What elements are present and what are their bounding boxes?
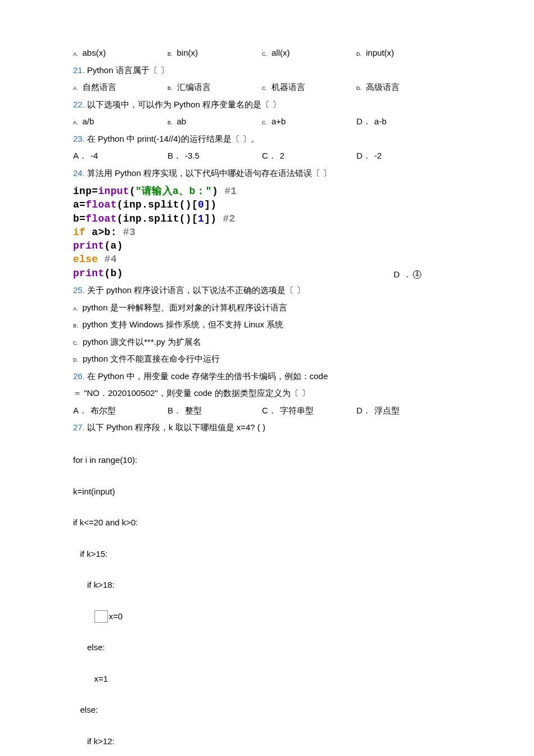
q22-opt-a: A.a/b <box>73 114 163 130</box>
q23-opt-c: C．2 <box>262 148 352 164</box>
option-label: B. <box>168 118 173 128</box>
q23-opt-a: A．-4 <box>73 148 163 164</box>
q21-opt-c: C.机器语言 <box>262 79 352 96</box>
question-number: 26. <box>73 368 85 385</box>
question-stem: 在 Python 中 print(-14//4)的运行结果是〔 〕。 <box>87 131 259 147</box>
code-fn: input <box>98 186 129 197</box>
q26-options: A．布尔型 B．整型 C．字符串型 D．浮点型 <box>73 403 461 419</box>
code-line: x=1 <box>73 671 461 687</box>
q26-opt-a: A．布尔型 <box>73 403 163 419</box>
option-text: python 支持 Windows 操作系统，但不支持 Linux 系统 <box>83 317 284 333</box>
circled-four-icon: 4 <box>413 267 422 283</box>
option-label: A. <box>73 84 78 93</box>
option-text: a+b <box>271 114 286 130</box>
q25-opt-d: D.python 文件不能直接在命令行中运行 <box>73 351 461 367</box>
option-text: 整型 <box>185 403 202 419</box>
q20-opt-d: D.input(x) <box>356 45 446 61</box>
code-text: a= <box>73 199 85 210</box>
question-stem: 以下选项中，可以作为 Python 程序变量名的是〔 〕 <box>87 97 280 113</box>
code-line: x=0 <box>73 609 461 624</box>
option-text: input(x) <box>366 45 394 61</box>
code-fn: float <box>85 213 117 224</box>
q20-options: A.abs(x) B.bin(x) C.all(x) D.input(x) <box>73 45 461 61</box>
option-dot: ． <box>403 267 411 283</box>
question-number: 25. <box>73 282 85 299</box>
code-kw: if <box>73 227 85 238</box>
question-number: 22. <box>73 97 85 113</box>
option-text: 机器语言 <box>271 79 305 96</box>
code-text <box>98 254 104 265</box>
option-label: C． <box>262 403 277 419</box>
code-line: for i in range(10): <box>73 452 461 468</box>
option-label: A． <box>73 148 87 164</box>
code-comment: #4 <box>105 254 117 265</box>
option-label: C. <box>262 84 267 93</box>
option-text: python 文件不能直接在命令行中运行 <box>83 351 220 367</box>
q22-options: A.a/b B.ab C.a+b D．a-b <box>73 114 461 130</box>
option-label: B. <box>168 84 173 93</box>
option-label: A． <box>73 403 87 419</box>
code-text: inp= <box>73 186 98 197</box>
option-label: B. <box>168 50 173 59</box>
q27-stem-row: 27. 以下 Python 程序段，k 取以下哪组值是 x=4? ( ) <box>73 420 461 436</box>
q24-code-block: inp=input("请输入a、b：") #1 a=float(inp.spli… <box>73 184 237 280</box>
option-text: 字符串型 <box>280 403 314 419</box>
q21-opt-b: B.汇编语言 <box>168 79 257 96</box>
question-number: 23. <box>73 131 85 147</box>
code-kw: else <box>73 254 98 265</box>
option-text: all(x) <box>271 45 290 61</box>
option-label: D <box>393 267 400 283</box>
option-label: D. <box>73 356 78 365</box>
code-text: x=0 <box>109 611 123 621</box>
q24-opt-d: D． 4 <box>393 267 422 283</box>
option-label: A. <box>73 118 78 128</box>
q25-stem-row: 25. 关于 python 程序设计语言，以下说法不正确的选项是〔 〕 <box>73 282 461 299</box>
option-text: 2 <box>280 148 284 164</box>
code-text: ) <box>212 186 224 197</box>
code-num: 0 <box>198 199 204 210</box>
option-label: B． <box>168 148 182 164</box>
option-text: -4 <box>90 148 98 164</box>
code-text: ]) <box>204 213 223 224</box>
q27-code-block: for i in range(10): k=int(input) if k<=2… <box>73 437 461 756</box>
question-number: 21. <box>73 62 85 79</box>
code-line: if k>18: <box>73 577 461 593</box>
q26-opt-d: D．浮点型 <box>356 403 446 419</box>
q21-opt-d: D.高级语言 <box>356 79 446 96</box>
code-text: ]) <box>204 199 216 210</box>
code-text: (b) <box>105 268 123 279</box>
option-text: python 源文件以***.py 为扩展名 <box>83 334 201 350</box>
code-line: k=int(input) <box>73 484 461 500</box>
code-text: a>b: <box>85 227 123 238</box>
code-line: if k>15: <box>73 546 461 562</box>
q22-opt-c: C.a+b <box>262 114 352 130</box>
question-stem: 在 Python 中，用变量 code 存储学生的借书卡编码，例如：code <box>87 368 328 385</box>
option-text: abs(x) <box>83 45 106 61</box>
q23-stem-row: 23. 在 Python 中 print(-14//4)的运行结果是〔 〕。 <box>73 131 461 147</box>
code-text: (inp.split()[ <box>117 199 198 210</box>
option-label: D． <box>356 114 371 130</box>
code-fn: print <box>73 268 105 279</box>
code-fn: float <box>85 199 117 210</box>
q20-opt-a: A.abs(x) <box>73 45 163 61</box>
box-icon <box>94 610 108 623</box>
option-label: A. <box>73 304 78 314</box>
q20-opt-b: B.bin(x) <box>168 45 257 61</box>
svg-text:4: 4 <box>415 272 419 278</box>
option-text: ab <box>177 114 187 130</box>
question-stem: 以下 Python 程序段，k 取以下哪组值是 x=4? ( ) <box>87 420 265 436</box>
q26-stem-row1: 26. 在 Python 中，用变量 code 存储学生的借书卡编码，例如：co… <box>73 368 461 385</box>
q21-stem-row: 21. Python 语言属于〔 〕 <box>73 62 461 79</box>
option-text: a-b <box>374 114 387 130</box>
option-text: 自然语言 <box>83 79 116 96</box>
option-label: D． <box>356 403 371 419</box>
code-line: else: <box>73 702 461 718</box>
q26-stem-row2: ＝ "NO．2020100502"，则变量 code 的数据类型应定义为〔 〕 <box>73 385 461 402</box>
q26-opt-c: C．字符串型 <box>262 403 352 419</box>
q21-options: A.自然语言 B.汇编语言 C.机器语言 D.高级语言 <box>73 79 461 96</box>
code-text: (a) <box>105 240 123 251</box>
code-str: "请输入a、b：" <box>135 186 212 197</box>
option-label: D. <box>356 50 361 59</box>
option-label: B． <box>168 403 182 419</box>
option-label: C. <box>262 50 267 59</box>
